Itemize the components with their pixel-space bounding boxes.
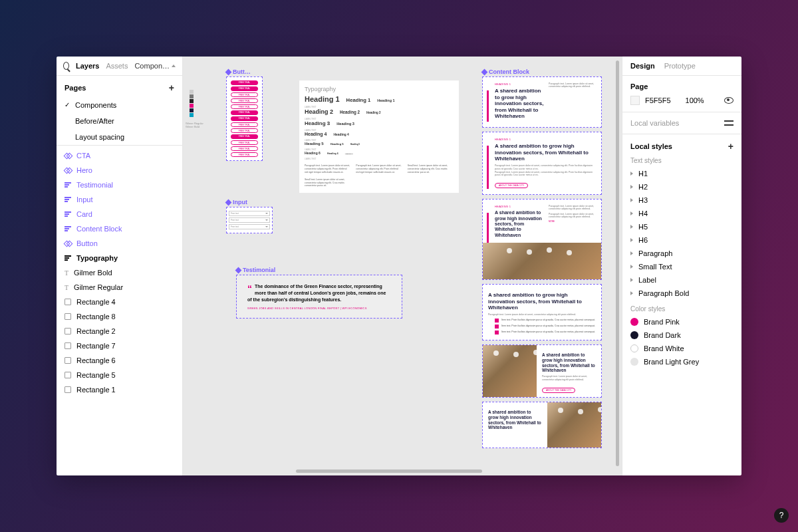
content-block[interactable]: HEADING 1 A shared ambition to grow high… [482, 132, 602, 195]
add-style-button[interactable]: + [728, 141, 733, 152]
cta-button[interactable]: ABOUT THE DATA CITY [495, 183, 528, 188]
layer-item[interactable]: Card [57, 207, 182, 221]
layers-list: CTAHeroTestimonialInputCardContent Block… [57, 145, 182, 475]
local-variables-section[interactable]: Local variables [622, 112, 741, 134]
tab-assets[interactable]: Assets [106, 62, 128, 70]
search-icon[interactable] [63, 62, 69, 70]
frame-label-content-block[interactable]: Content Block [482, 68, 529, 75]
layer-item[interactable]: Rectangle 7 [57, 338, 182, 353]
layer-item[interactable]: Rectangle 4 [57, 295, 182, 309]
layer-item[interactable]: CTA [57, 148, 182, 163]
text-style-item[interactable]: Paragraph Bold [630, 287, 733, 300]
content-image [483, 345, 537, 397]
page-color-value[interactable]: F5F5F5 [645, 96, 671, 104]
text-style-item[interactable]: H5 [630, 220, 733, 233]
color-swatch-icon [630, 358, 638, 366]
swatch [190, 94, 194, 98]
layer-item[interactable]: Rectangle 1 [57, 382, 182, 397]
rect-icon [65, 372, 71, 378]
lines-icon [65, 226, 71, 231]
testimonial-frame[interactable]: “ The dominance of the Green Finance sec… [236, 275, 402, 319]
input-sample: Free text [229, 217, 270, 223]
button-variant: FREE TRIAL [231, 152, 258, 157]
chevron-up-icon [172, 65, 176, 67]
content-block[interactable]: HEADING 1 A shared ambition to grow high… [482, 199, 602, 280]
frame-label-testimonial[interactable]: Testimonial [236, 267, 275, 273]
input-sample: Free text [229, 211, 270, 216]
swatch [190, 99, 194, 103]
text-icon: T [65, 284, 68, 291]
button-variant: FREE TRIAL [231, 86, 258, 91]
layer-item[interactable]: TGilmer Regular [57, 280, 182, 295]
button-variant: FREE TRIAL [231, 140, 258, 145]
settings-icon[interactable] [724, 119, 733, 127]
typography-frame[interactable]: Typography Heading 1Heading 1Heading 1LA… [299, 80, 459, 193]
rect-icon [65, 386, 71, 393]
layer-item[interactable]: Content Block [57, 221, 182, 236]
layer-item[interactable]: Hero [57, 163, 182, 178]
color-style-item[interactable]: Brand Pink [630, 315, 733, 329]
chevron-right-icon [630, 225, 633, 229]
page-color-swatch[interactable] [630, 96, 640, 105]
visibility-icon[interactable] [724, 97, 733, 104]
input-frame[interactable]: Free text Free text Free text [226, 207, 273, 233]
layer-item[interactable]: Rectangle 5 [57, 368, 182, 382]
content-block[interactable]: A shared ambition to grow high innovatio… [482, 402, 602, 448]
figma-app: Layers Assets Compon… Pages + Components… [57, 57, 741, 475]
page-opacity[interactable]: 100% [686, 96, 704, 104]
canvas[interactable]: Gilmer Regular Gilmer Bold Butt… FREE TR… [183, 57, 622, 475]
tab-prototype[interactable]: Prototype [664, 62, 696, 70]
scrollbar-horizontal[interactable] [296, 469, 482, 473]
layer-item[interactable]: Rectangle 6 [57, 353, 182, 368]
color-style-item[interactable]: Brand White [630, 342, 733, 355]
component-icon [225, 199, 232, 205]
tab-layers[interactable]: Layers [76, 62, 99, 70]
button-variant: FREE TRIAL [231, 92, 258, 97]
layer-item[interactable]: Rectangle 2 [57, 324, 182, 338]
layer-item[interactable]: Rectangle 8 [57, 309, 182, 324]
content-block[interactable]: A shared ambition to grow high innovatio… [482, 284, 602, 340]
scrollbar-vertical[interactable] [616, 61, 619, 466]
swatch [190, 113, 194, 117]
text-style-item[interactable]: H4 [630, 207, 733, 220]
page-item[interactable]: Components [57, 97, 182, 113]
frame-label-input[interactable]: Input [226, 199, 247, 205]
rect-icon [65, 328, 71, 334]
testimonial-source: GREEN JOBS AND SKILLS IN CENTRAL LONDON … [247, 307, 391, 310]
buttons-frame[interactable]: FREE TRIALFREE TRIALFREE TRIALFREE TRIAL… [226, 76, 263, 161]
text-style-item[interactable]: Small Text [630, 260, 733, 273]
text-style-item[interactable]: H1 [630, 167, 733, 180]
layer-item[interactable]: Testimonial [57, 178, 182, 192]
text-styles-header: Text styles [630, 157, 733, 164]
chevron-right-icon [630, 278, 633, 282]
rect-icon [65, 299, 71, 305]
right-panel-tabs: Design Prototype [622, 57, 741, 76]
content-block-column: HEADING 1 A shared ambition to grow high… [482, 76, 602, 452]
button-variant: FREE TRIAL [231, 104, 258, 109]
layer-item[interactable]: Typography [57, 251, 182, 265]
pages-list: ComponentsBefore/AfterLayout spacing [57, 97, 182, 145]
tab-design[interactable]: Design [630, 62, 655, 70]
layer-item[interactable]: Button [57, 236, 182, 251]
color-swatch-icon [630, 318, 638, 326]
text-style-item[interactable]: Label [630, 273, 733, 287]
add-page-button[interactable]: + [169, 82, 174, 93]
chevron-right-icon [630, 198, 633, 202]
page-section: Page F5F5F5 100% [622, 76, 741, 112]
color-style-item[interactable]: Brand Dark [630, 329, 733, 342]
content-block[interactable]: HEADING 1 A shared ambition to grow high… [482, 76, 602, 128]
text-style-item[interactable]: H6 [630, 233, 733, 247]
color-style-item[interactable]: Brand Light Grey [630, 355, 733, 368]
page-item[interactable]: Before/After [57, 113, 182, 129]
text-style-item[interactable]: Paragraph [630, 247, 733, 260]
text-style-item[interactable]: H3 [630, 194, 733, 207]
color-swatches [190, 90, 194, 118]
layer-item[interactable]: Input [57, 192, 182, 207]
content-image [547, 402, 601, 448]
layer-item[interactable]: TGilmer Bold [57, 265, 182, 280]
page-selector[interactable]: Compon… [134, 62, 176, 70]
content-block[interactable]: A shared ambition to grow high innovatio… [482, 344, 602, 398]
text-style-item[interactable]: H2 [630, 180, 733, 194]
frame-label-buttons[interactable]: Butt… [226, 68, 251, 75]
page-item[interactable]: Layout spacing [57, 129, 182, 145]
